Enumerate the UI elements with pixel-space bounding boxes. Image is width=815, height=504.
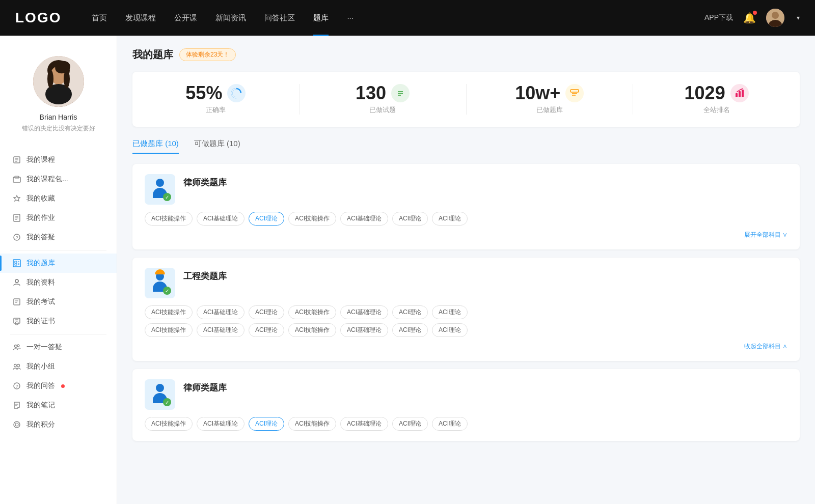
- qb-tag-2-0[interactable]: ACI技能操作: [145, 305, 193, 319]
- sidebar-item-myexam[interactable]: 我的考试: [0, 292, 117, 312]
- stat-icon-done-q: [391, 84, 410, 102]
- sidebar-item-mypoints[interactable]: 我的积分: [0, 415, 117, 434]
- qb-tag-2-4[interactable]: ACI基础理论: [340, 305, 388, 319]
- nav-more[interactable]: ···: [347, 11, 354, 25]
- stat-value-done-b: 10w+: [515, 84, 560, 102]
- lawyer2-body: ✓: [153, 393, 167, 403]
- stat-icon-rank: [730, 84, 749, 102]
- qb-tag-2-3[interactable]: ACI技能操作: [288, 305, 336, 319]
- sidebar-item-one-on-one[interactable]: 一对一答疑: [0, 338, 117, 357]
- myfavorites-icon: [12, 194, 21, 203]
- user-avatar[interactable]: [766, 9, 784, 27]
- expand-button-1[interactable]: 展开全部科目 ∨: [145, 231, 787, 239]
- sidebar-item-mynotes[interactable]: 我的笔记: [0, 396, 117, 415]
- svg-point-48: [15, 423, 18, 426]
- qb-tag-3-6[interactable]: ACI理论: [432, 417, 468, 431]
- qb-tag-2-6[interactable]: ACI理论: [432, 305, 468, 319]
- sidebar-label-oneonone: 一对一答疑: [26, 343, 62, 352]
- nav-opencourse[interactable]: 公开课: [174, 11, 197, 25]
- sidebar-label-mycoursepack: 我的课程包...: [26, 175, 68, 184]
- qb-tag-1-4[interactable]: ACI基础理论: [340, 212, 388, 226]
- svg-rect-25: [15, 261, 17, 263]
- sidebar-item-myquizbank[interactable]: 我的题库: [0, 254, 117, 273]
- qb-tag-2-r2-4[interactable]: ACI基础理论: [340, 323, 388, 337]
- qb-tags-2-row2: ACI技能操作 ACI基础理论 ACI理论 ACI技能操作 ACI基础理论 AC…: [145, 323, 787, 337]
- nav-news[interactable]: 新闻资讯: [215, 11, 246, 25]
- qb-tag-3-1[interactable]: ACI基础理论: [197, 417, 244, 431]
- stat-value-done-q: 130: [356, 84, 386, 102]
- tabs: 已做题库 (10) 可做题库 (10): [132, 139, 800, 154]
- svg-rect-32: [14, 299, 20, 305]
- qb-tag-3-3[interactable]: ACI技能操作: [288, 417, 336, 431]
- qb-info-1: 律师类题库: [183, 174, 227, 191]
- person-body: ✓: [153, 188, 167, 198]
- stat-value-row-4: 1029: [643, 84, 790, 102]
- stat-label-correct: 正确率: [143, 105, 289, 115]
- collapse-button-2[interactable]: 收起全部科目 ∧: [145, 342, 787, 351]
- tab-available[interactable]: 可做题库 (10): [194, 139, 240, 154]
- avatar-image: [766, 9, 784, 27]
- qb-tag-3-0[interactable]: ACI技能操作: [145, 417, 193, 431]
- qb-tag-3-5[interactable]: ACI理论: [392, 417, 428, 431]
- lawyer2-check-icon: ✓: [163, 398, 171, 406]
- qb-tag-2-r2-5[interactable]: ACI理论: [392, 323, 428, 337]
- sidebar-menu: 我的课程 我的课程包... 我的收藏 我的作业: [0, 145, 117, 439]
- nav-discover[interactable]: 发现课程: [125, 11, 156, 25]
- sidebar-item-mygroup[interactable]: 我的小组: [0, 357, 117, 376]
- nav-home[interactable]: 首页: [92, 11, 107, 25]
- tab-done[interactable]: 已做题库 (10): [132, 139, 179, 154]
- mycoursepack-icon: [12, 175, 21, 184]
- sidebar-avatar[interactable]: [33, 56, 84, 107]
- qb-icon-lawyer-1: ✓: [145, 174, 175, 205]
- qb-tag-1-0[interactable]: ACI技能操作: [145, 212, 193, 226]
- qb-tag-2-5[interactable]: ACI理论: [392, 305, 428, 319]
- sidebar-item-mycertificate[interactable]: 我的证书: [0, 312, 117, 331]
- qb-tag-2-r2-6[interactable]: ACI理论: [432, 323, 468, 337]
- logo[interactable]: LOGO: [15, 10, 61, 26]
- stat-label-done-q: 已做试题: [310, 105, 456, 115]
- qb-tag-1-2[interactable]: ACI理论: [249, 212, 284, 226]
- qb-tag-2-r2-0[interactable]: ACI技能操作: [145, 323, 193, 337]
- notification-bell[interactable]: 🔔: [743, 12, 756, 24]
- app-download-link[interactable]: APP下载: [704, 13, 733, 22]
- sidebar-item-mycoursepack[interactable]: 我的课程包...: [0, 170, 117, 189]
- page-header: 我的题库 体验剩余23天！: [132, 48, 800, 62]
- qb-card-lawyer-1: ✓ 律师类题库 ACI技能操作 ACI基础理论 ACI理论 ACI技能操作 AC…: [132, 164, 800, 249]
- sidebar-item-mycourse[interactable]: 我的课程: [0, 150, 117, 170]
- page-title: 我的题库: [132, 48, 173, 62]
- qb-tag-1-6[interactable]: ACI理论: [432, 212, 468, 226]
- nav-qa[interactable]: 问答社区: [264, 11, 295, 25]
- qb-tag-2-1[interactable]: ACI基础理论: [197, 305, 244, 319]
- stat-done-questions: 130 已做试题: [300, 84, 467, 115]
- stat-done-banks: 10w+ 已做题库: [467, 84, 634, 115]
- qb-tag-1-5[interactable]: ACI理论: [392, 212, 428, 226]
- qb-tag-2-r2-2[interactable]: ACI理论: [249, 323, 284, 337]
- engineer-body: ✓: [153, 282, 167, 292]
- sidebar-item-myprofile[interactable]: 我的资料: [0, 273, 117, 292]
- sidebar-label-mygroup: 我的小组: [26, 362, 55, 371]
- qb-tag-3-2[interactable]: ACI理论: [249, 417, 284, 431]
- qb-tag-2-2[interactable]: ACI理论: [249, 305, 284, 319]
- user-menu-chevron[interactable]: ▾: [797, 14, 800, 21]
- svg-rect-59: [736, 93, 738, 97]
- sidebar-item-myqanda[interactable]: ? 我的问答: [0, 376, 117, 396]
- sidebar-item-myqa[interactable]: ? 我的答疑: [0, 228, 117, 247]
- sidebar-item-myhomework[interactable]: 我的作业: [0, 208, 117, 228]
- qanda-notification-dot: [61, 384, 65, 388]
- myqa-icon: ?: [12, 233, 21, 242]
- qb-tag-3-4[interactable]: ACI基础理论: [340, 417, 388, 431]
- qb-title-1: 律师类题库: [183, 174, 227, 191]
- qb-tag-1-3[interactable]: ACI技能操作: [288, 212, 336, 226]
- svg-text:?: ?: [15, 384, 18, 389]
- sidebar-label-myexam: 我的考试: [26, 297, 55, 306]
- sidebar-divider-1: [10, 250, 106, 250]
- qb-tag-1-1[interactable]: ACI基础理论: [197, 212, 244, 226]
- lawyer2-head: [156, 384, 164, 392]
- sidebar-item-myfavorites[interactable]: 我的收藏: [0, 189, 117, 208]
- qb-card-lawyer-2: ✓ 律师类题库 ACI技能操作 ACI基础理论 ACI理论 ACI技能操作 AC…: [132, 369, 800, 441]
- myprofile-icon: [12, 278, 21, 287]
- qb-tag-2-r2-1[interactable]: ACI基础理论: [197, 323, 244, 337]
- nav-quizbank[interactable]: 题库: [313, 11, 329, 25]
- qb-tag-2-r2-3[interactable]: ACI技能操作: [288, 323, 336, 337]
- notification-dot: [753, 11, 757, 15]
